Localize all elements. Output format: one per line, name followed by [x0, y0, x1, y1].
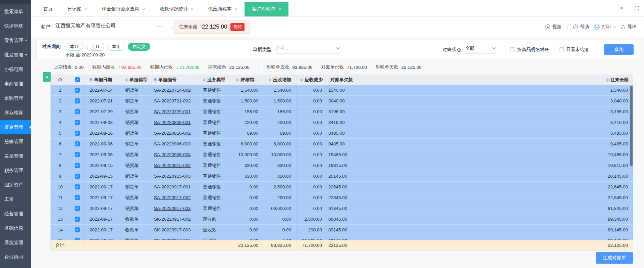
row-checkbox[interactable]	[75, 109, 80, 114]
table-row[interactable]: 72022-09-06销货单SA-20220906-004普通销售10,000.…	[51, 149, 633, 160]
sidebar-item-固定资产[interactable]: 固定资产	[0, 178, 31, 192]
col-header-dec[interactable]: 应收减少	[297, 75, 326, 85]
vertical-scrollbar[interactable]	[630, 86, 633, 166]
col-header-date[interactable]: 单据日期	[85, 75, 121, 85]
row-checkbox[interactable]	[75, 131, 80, 136]
row-checkbox[interactable]	[75, 88, 80, 93]
sidebar-item-税务管理[interactable]: 税务管理	[0, 163, 31, 178]
sidebar-item-电商管理[interactable]: 电商管理	[0, 77, 31, 91]
expand-panel-button[interactable]: »	[43, 72, 51, 82]
row-checkbox[interactable]	[75, 227, 80, 232]
document-link[interactable]: SA-20220808-001	[154, 120, 191, 125]
row-checkbox[interactable]	[75, 184, 80, 189]
row-checkbox[interactable]	[75, 163, 80, 168]
table-row[interactable]: 152022-09-17收款单SK-20220917-004应收款0.000.0…	[51, 235, 633, 240]
row-checkbox[interactable]	[75, 152, 80, 157]
document-link[interactable]: SA-20220917-001	[154, 184, 191, 189]
sidebar-item-搜索菜单[interactable]: 搜索菜单	[0, 4, 31, 19]
sidebar-item-发票管理[interactable]: 发票管理	[0, 149, 31, 163]
table-row[interactable]: 102022-09-17销货单SA-20220917-001普通销售0.002,…	[51, 182, 633, 192]
period-range[interactable]: 不限 至 2022-09-20	[65, 52, 634, 58]
table-row[interactable]: 42022-08-08销货单SA-20220808-001普通销售220.002…	[51, 117, 633, 128]
generate-statement-button[interactable]: 生成对账单	[596, 252, 633, 264]
table-row[interactable]: 52022-08-16销货单SA-20220816-002普通销售69.0069…	[51, 128, 633, 139]
unsettled-checkbox[interactable]: 只看未结清	[559, 47, 589, 53]
tab-客户对账单[interactable]: 客户对账单×	[245, 2, 288, 16]
document-link[interactable]: SA-20220721-002	[154, 98, 191, 103]
print-button[interactable]: 打印	[594, 24, 615, 30]
col-header-debt[interactable]: 对账单欠款	[326, 75, 357, 85]
table-row[interactable]: 142022-09-17收款单SK-20220917-003应收款0.000.0…	[51, 225, 633, 235]
period-chip-自定义[interactable]: 自定义	[128, 43, 150, 51]
row-checkbox[interactable]	[75, 195, 80, 200]
document-link[interactable]: SK-20220917-002	[154, 217, 191, 222]
row-checkbox[interactable]	[75, 120, 80, 125]
tab-供应商账本[interactable]: 供应商账本×	[201, 2, 245, 16]
more-icon[interactable]: ···	[157, 23, 163, 29]
video-button[interactable]: 视频	[545, 24, 561, 30]
col-header-biz[interactable]: 业务类型	[199, 75, 231, 85]
search-button[interactable]: 查询	[604, 44, 634, 55]
document-link[interactable]: SA-20220714-002	[154, 88, 191, 93]
document-link[interactable]: SA-20220906-004	[154, 152, 191, 157]
row-checkbox[interactable]	[75, 238, 80, 240]
col-header-type[interactable]: 单据类型	[121, 75, 150, 85]
row-checkbox[interactable]	[75, 174, 80, 179]
close-icon[interactable]: ×	[85, 7, 87, 11]
period-chip-上月[interactable]: 上月	[86, 43, 104, 51]
sidebar-item-资金管理[interactable]: 资金管理	[0, 120, 31, 134]
sidebar-item-工资[interactable]: 工资	[0, 192, 31, 207]
table-row[interactable]: 22022-07-21销货单SA-20220721-002普通销售1,500.0…	[51, 96, 633, 106]
period-chip-本月[interactable]: 本月	[65, 43, 84, 51]
document-link[interactable]: SA-20220906-003	[154, 141, 191, 146]
sidebar-item-零售管理[interactable]: 零售管理	[0, 33, 31, 48]
help-button[interactable]: 帮助	[573, 24, 589, 30]
export-button[interactable]: 导出	[621, 24, 637, 30]
sidebar-item-系统管理[interactable]: 系统管理	[0, 235, 31, 250]
tab-收款情况统计[interactable]: 收款情况统计×	[152, 2, 201, 16]
sidebar-item-批发管理[interactable]: 批发管理	[0, 48, 31, 62]
col-header-check[interactable]	[70, 75, 85, 85]
document-link[interactable]: SA-20220917-003	[154, 206, 191, 211]
sidebar-item-企业协同[interactable]: 企业协同	[0, 250, 31, 264]
row-checkbox[interactable]	[75, 206, 80, 211]
close-icon[interactable]: ×	[278, 7, 281, 11]
table-row[interactable]: 12022-07-14销货单SA-20220714-002普通销售1,540.0…	[51, 85, 633, 96]
sidebar-item-经营管理[interactable]: 经营管理	[0, 207, 31, 221]
sidebar-item-库存核算[interactable]: 库存核算	[0, 105, 31, 120]
document-link[interactable]: SA-20220915-003	[154, 174, 191, 179]
status-select[interactable]: 对账状态 全部	[442, 45, 495, 54]
close-icon[interactable]: ×	[191, 7, 194, 11]
tab-首页[interactable]: 首页	[36, 2, 60, 16]
customer-select[interactable]: 江西恒天地产有限责任公司 ···	[55, 23, 163, 31]
sidebar-item-快捷导航[interactable]: 快捷导航	[0, 19, 31, 33]
col-header-num[interactable]: ⚙	[51, 75, 70, 85]
period-chip-本年[interactable]: 本年	[107, 43, 125, 51]
row-checkbox[interactable]	[75, 217, 80, 222]
close-tabs-button[interactable]: ×	[614, 0, 629, 16]
close-icon[interactable]: ×	[235, 7, 237, 11]
sidebar-item-采购管理[interactable]: 采购管理	[0, 91, 31, 105]
tab-现金银行流水查询[interactable]: 现金银行流水查询×	[95, 2, 153, 16]
table-row[interactable]: 112022-09-17销货单SA-20220917-002普通销售0.0020…	[51, 192, 633, 203]
col-header-balance[interactable]: 往来余额	[596, 75, 633, 85]
document-link[interactable]: SA-20220816-002	[154, 131, 191, 136]
row-checkbox[interactable]	[75, 98, 80, 103]
document-link[interactable]: SA-20220915-002	[154, 163, 191, 168]
document-link[interactable]: SK-20220917-003	[154, 227, 191, 232]
select-all-checkbox[interactable]	[75, 77, 80, 82]
table-row[interactable]: 92022-09-15销货单SA-20220915-003普通销售330.003…	[51, 171, 633, 182]
table-row[interactable]: 62022-09-06销货单SA-20220906-003普通销售6,000.0…	[51, 139, 633, 149]
col-header-pending[interactable]: 待核销...	[231, 75, 263, 85]
document-link[interactable]: SK-20220917-004	[154, 238, 191, 240]
tab-日记账[interactable]: 日记账×	[60, 2, 95, 16]
sidebar-item-总账管理[interactable]: 总账管理	[0, 134, 31, 149]
gear-icon[interactable]: ⚙	[58, 77, 62, 83]
row-checkbox[interactable]	[75, 141, 80, 146]
close-icon[interactable]: ×	[143, 7, 145, 11]
detail-checkbox[interactable]: 按商品明细对账	[510, 47, 549, 53]
document-link[interactable]: SA-20220917-002	[154, 195, 191, 200]
table-row[interactable]: 132022-09-17收款单SK-20220917-002应收款0.000.0…	[51, 214, 633, 225]
table-row[interactable]: 122022-09-17销货单SA-20220917-003普通销售0.0069…	[51, 203, 633, 214]
fullscreen-button[interactable]	[629, 0, 644, 16]
